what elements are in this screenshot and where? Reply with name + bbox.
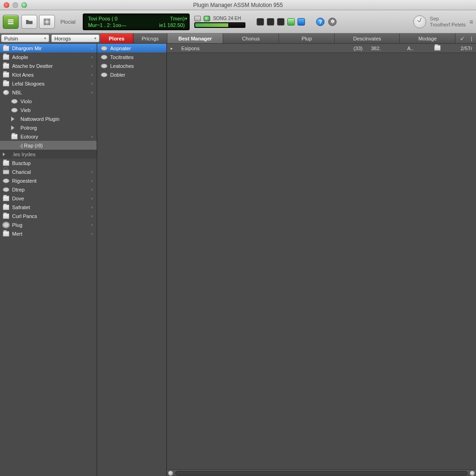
sidebar-item[interactable]: Violo: [0, 97, 97, 106]
tab-label: Pricngs: [142, 36, 159, 41]
status-slot-1[interactable]: [257, 18, 264, 26]
chevron-right-icon: ›: [89, 73, 95, 77]
list-icon: [7, 18, 14, 26]
tab-descinvates[interactable]: Descinvates: [335, 33, 400, 43]
sublist-item[interactable]: Aopnater: [97, 44, 166, 53]
collapse-icon[interactable]: ↙: [458, 35, 466, 42]
tab-plup[interactable]: Plup: [279, 33, 335, 43]
sublist-item[interactable]: Dobler: [97, 70, 166, 79]
toolbar-menu-icon[interactable]: ≡: [469, 18, 473, 26]
folder-icon: [3, 72, 9, 78]
sidebar-item-label: Dtrep: [12, 187, 25, 192]
sublist-item-label: Leatoches: [110, 63, 134, 69]
sidebar-item[interactable]: Curl Pancs›: [0, 212, 97, 220]
sidebar-item[interactable]: Klot Anes›: [0, 70, 97, 79]
header-col-num[interactable]: 382.: [371, 46, 399, 51]
filter-select-1-label: Pulsin: [4, 36, 18, 41]
sublist-item[interactable]: Leatoches: [97, 61, 166, 70]
dot-icon: [11, 99, 18, 104]
sublist-item[interactable]: Tocitrattes: [97, 53, 166, 61]
content: ▸ Esipons (33) 382. A.. 2/5Tr: [167, 44, 476, 476]
chevron-right-icon: ›: [89, 187, 95, 192]
sidebar-item[interactable]: Nattoword Plugin: [0, 114, 97, 123]
sublist: AopnaterTocitrattesLeatochesDobler: [97, 44, 167, 476]
minimize-window-button[interactable]: [13, 2, 18, 8]
chevron-right-icon: ›: [89, 231, 95, 236]
tab-plores[interactable]: Plores: [100, 33, 133, 43]
folder-icon: [3, 54, 9, 60]
tab-label: Best Manager: [178, 36, 212, 41]
tab-pricngs[interactable]: Pricngs: [133, 33, 168, 43]
header-folder-icon[interactable]: [434, 45, 441, 52]
view-buttons: [21, 15, 55, 29]
scroll-right-button[interactable]: [469, 470, 475, 476]
tab-chonus[interactable]: Chonus: [223, 33, 279, 43]
sidebar-item[interactable]: Vieb: [0, 106, 97, 114]
tab-label: Modage: [418, 36, 437, 41]
header-col-page[interactable]: 2/5Tr: [449, 46, 472, 51]
tab-best-manager[interactable]: Best Manager: [167, 33, 223, 43]
tri-icon: [11, 117, 18, 121]
sidebar-item[interactable]: Polrorg: [0, 123, 97, 132]
info-icon[interactable]: ?: [316, 18, 324, 26]
scroll-left-button[interactable]: [168, 470, 173, 476]
lcd-dropdown-icon[interactable]: ▾: [185, 15, 187, 22]
folder-icon: [3, 205, 9, 210]
android-icon[interactable]: ✲: [328, 18, 337, 26]
sidebar-group-1: Dhargom Mir›Adople›Atache bv Destter›Klo…: [0, 44, 97, 150]
sidebar-item[interactable]: Eotoory›: [0, 132, 97, 141]
tab-label: Plup: [302, 36, 312, 41]
horizontal-scrollbar[interactable]: [167, 469, 476, 476]
cpu-meter-fill: [195, 23, 228, 27]
sidebar-item-label: Adople: [12, 54, 28, 60]
status-slot-5[interactable]: [298, 18, 305, 26]
status-slot-2[interactable]: [267, 18, 274, 26]
filter-right-icons: ↙ | ✱ Cu: [456, 33, 476, 43]
content-header: ▸ Esipons (33) 382. A.. 2/5Tr: [167, 44, 476, 53]
folder-icon: [26, 18, 33, 26]
sidebar-item[interactable]: Busctup: [0, 159, 97, 167]
sidebar-item[interactable]: Plug›: [0, 220, 97, 229]
sidebar-item[interactable]: Dove›: [0, 194, 97, 203]
sidebar-item[interactable]: Dtrep›: [0, 185, 97, 194]
scroll-track[interactable]: [175, 471, 468, 476]
sidebar-item[interactable]: Dhargom Mir›: [0, 44, 97, 53]
tab-modage[interactable]: Modage: [400, 33, 456, 43]
sidebar-item[interactable]: Atache bv Destter›: [0, 61, 97, 70]
sidebar-item[interactable]: Safratet›: [0, 203, 97, 212]
file-view-button[interactable]: [21, 15, 37, 29]
dot-icon: [3, 187, 9, 192]
close-window-button[interactable]: [4, 2, 9, 8]
zoom-window-button[interactable]: [21, 2, 27, 8]
transport-lcd[interactable]: ▾ Tovi Poos ( 0 Tmen) Mur~1 . 2: 1oo— ie…: [83, 13, 190, 30]
sidebar-item[interactable]: Rigoestent›: [0, 176, 97, 185]
chevron-down-icon: ▾: [94, 36, 96, 40]
library-button[interactable]: [3, 15, 19, 29]
sidebar-item[interactable]: NBL›: [0, 88, 97, 97]
sidebar-section-header[interactable]: .les Irydes: [0, 150, 97, 159]
sidebar-item[interactable]: -| Rap (r8): [0, 141, 97, 150]
filter-select-2[interactable]: Horogs ▾: [51, 34, 99, 42]
sidebar-item-label: Klot Anes: [12, 72, 33, 78]
folder-icon: [3, 160, 9, 166]
filter-select-1[interactable]: Pulsin ▾: [1, 34, 49, 42]
header-expand-icon[interactable]: ▸: [171, 46, 173, 51]
sidebar-item[interactable]: Adople›: [0, 53, 97, 61]
sidebar-item[interactable]: Charical›: [0, 167, 97, 176]
header-col-a[interactable]: A..: [407, 46, 426, 51]
status-slot-3[interactable]: [277, 18, 284, 26]
sidebar-item[interactable]: Lefal Skogoes›: [0, 79, 97, 88]
chevron-right-icon: ›: [89, 46, 95, 51]
clock-icon[interactable]: [413, 15, 426, 28]
header-col-name[interactable]: Esipons: [181, 46, 199, 51]
sidebar-item[interactable]: Mert›: [0, 229, 97, 238]
grid-view-button[interactable]: [39, 15, 55, 29]
toolbar-right-labels: Sep Troolherf Pelets: [430, 16, 466, 28]
chevron-right-icon: ›: [89, 223, 95, 227]
lcd-row1-left: Tovi Poos ( 0: [88, 15, 118, 22]
header-col-count[interactable]: (33): [353, 46, 363, 51]
item-icon: [101, 46, 107, 51]
status-slot-4[interactable]: [287, 18, 295, 26]
item-icon: [101, 64, 107, 68]
filter-row: Pulsin ▾ Horogs ▾ Plores Pricngs Best Ma…: [0, 33, 476, 44]
